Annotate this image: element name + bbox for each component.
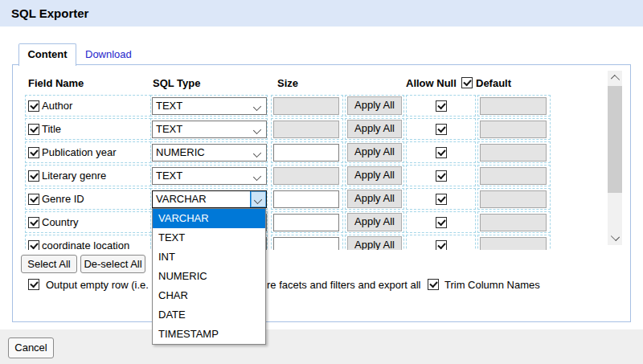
deselect-all-button[interactable]: De-select All — [80, 255, 145, 273]
vertical-scrollbar[interactable] — [608, 71, 622, 245]
table-row: coordinate location Apply All — [17, 234, 607, 250]
chevron-down-icon[interactable] — [611, 232, 620, 241]
size-input[interactable] — [273, 190, 339, 208]
size-cell — [271, 188, 343, 210]
apply-cell: Apply All — [345, 165, 404, 186]
chevron-down-icon — [253, 102, 261, 110]
default-input[interactable] — [480, 97, 547, 115]
dropdown-option[interactable]: DATE — [153, 305, 265, 325]
apply-all-button[interactable]: Apply All — [347, 236, 402, 250]
dropdown-option[interactable]: NUMERIC — [153, 267, 265, 286]
default-cell — [477, 95, 551, 117]
sql-type-select[interactable]: NUMERIC — [152, 144, 267, 162]
size-input[interactable] — [273, 97, 339, 115]
title-bar: SQL Exporter — [0, 0, 643, 27]
select-all-button[interactable]: Select All — [21, 255, 77, 273]
apply-cell: Apply All — [345, 95, 404, 117]
apply-all-button[interactable]: Apply All — [347, 96, 402, 115]
apply-all-button[interactable]: Apply All — [347, 213, 402, 231]
chevron-down-icon — [253, 172, 261, 180]
sql-type-select[interactable]: TEXT — [152, 121, 267, 138]
sql-type-value: NUMERIC — [156, 146, 205, 158]
field-checkbox[interactable] — [28, 124, 39, 135]
apply-all-button[interactable]: Apply All — [347, 143, 402, 162]
default-input[interactable] — [480, 167, 547, 185]
tab-download[interactable]: Download — [85, 48, 132, 60]
size-input[interactable] — [273, 144, 339, 162]
table-row: Author TEXT Apply All — [17, 94, 607, 117]
output-empty-row-checkbox[interactable] — [28, 279, 39, 290]
field-checkbox[interactable] — [28, 240, 39, 251]
allow-null-checkbox[interactable] — [436, 194, 447, 205]
default-input[interactable] — [480, 144, 547, 162]
default-all-checkbox[interactable] — [461, 77, 473, 88]
apply-all-button[interactable]: Apply All — [347, 166, 402, 185]
allow-null-checkbox[interactable] — [436, 124, 447, 135]
tab-content[interactable]: Content — [18, 43, 76, 66]
field-name-label: Author — [42, 100, 72, 112]
sql-type-select[interactable]: TEXT — [152, 97, 267, 115]
column-header-size: Size — [277, 77, 298, 89]
sql-type-select[interactable]: VARCHAR — [152, 190, 267, 208]
allow-null-checkbox[interactable] — [436, 217, 447, 228]
sql-type-select[interactable]: TEXT — [152, 167, 267, 185]
dropdown-option[interactable]: TEXT — [153, 228, 265, 247]
sql-type-cell: TEXT — [150, 95, 268, 117]
default-cell — [477, 235, 551, 250]
field-checkbox[interactable] — [28, 100, 39, 112]
sql-type-cell: TEXT — [150, 165, 268, 186]
default-input[interactable] — [480, 214, 547, 231]
size-input[interactable] — [273, 121, 339, 138]
default-input[interactable] — [480, 190, 547, 208]
dropdown-option[interactable]: CHAR — [153, 286, 265, 305]
size-input[interactable] — [273, 237, 339, 251]
dropdown-option[interactable]: INT — [153, 247, 265, 267]
default-input[interactable] — [480, 121, 547, 138]
size-input[interactable] — [273, 214, 339, 231]
size-cell — [271, 141, 343, 163]
field-checkbox[interactable] — [28, 170, 39, 182]
trim-column-names-label: Trim Column Names — [444, 279, 540, 291]
cancel-button[interactable]: Cancel — [8, 337, 54, 358]
column-header-sql-type: SQL Type — [153, 77, 200, 89]
output-empty-row-label-left: Output empty row (i.e. — [46, 279, 149, 291]
field-name-label: coordinate location — [42, 239, 129, 250]
field-name-label: Literary genre — [42, 170, 106, 182]
allow-null-cell — [406, 165, 476, 186]
allow-null-cell — [406, 211, 476, 233]
allow-null-checkbox[interactable] — [436, 240, 447, 251]
allow-null-cell — [406, 95, 476, 117]
field-checkbox[interactable] — [28, 147, 39, 158]
size-input[interactable] — [273, 167, 339, 185]
chevron-up-icon[interactable] — [611, 75, 620, 84]
field-name-cell: Title — [25, 118, 151, 140]
default-input[interactable] — [480, 237, 547, 251]
scrollbar-thumb[interactable] — [608, 86, 622, 193]
default-cell — [477, 165, 551, 186]
field-name-label: Publication year — [42, 146, 117, 158]
allow-null-cell — [406, 188, 476, 210]
apply-all-button[interactable]: Apply All — [347, 120, 402, 138]
default-cell — [477, 188, 551, 210]
trim-column-names-checkbox[interactable] — [428, 279, 439, 290]
allow-null-checkbox[interactable] — [436, 170, 447, 182]
table-row: Genre ID VARCHAR Apply All — [17, 187, 607, 211]
chevron-down-icon — [253, 125, 261, 133]
allow-null-checkbox[interactable] — [436, 100, 447, 112]
field-name-cell: Genre ID — [25, 188, 151, 210]
default-cell — [477, 118, 551, 140]
field-name-cell: Literary genre — [25, 165, 151, 186]
field-checkbox[interactable] — [28, 194, 39, 205]
dropdown-option[interactable]: TIMESTAMP — [153, 325, 265, 344]
field-name-cell: coordinate location — [25, 235, 151, 250]
column-header-field-name: Field Name — [28, 77, 84, 89]
apply-all-button[interactable]: Apply All — [347, 190, 402, 208]
allow-null-checkbox[interactable] — [436, 147, 447, 158]
column-header-default: Default — [476, 77, 511, 89]
sql-type-value: TEXT — [156, 100, 182, 112]
field-checkbox[interactable] — [28, 217, 39, 228]
dropdown-option[interactable]: VARCHAR — [153, 209, 265, 228]
sql-type-value: VARCHAR — [156, 193, 207, 205]
dialog-title: SQL Exporter — [11, 0, 88, 27]
field-name-cell: Author — [25, 95, 151, 117]
